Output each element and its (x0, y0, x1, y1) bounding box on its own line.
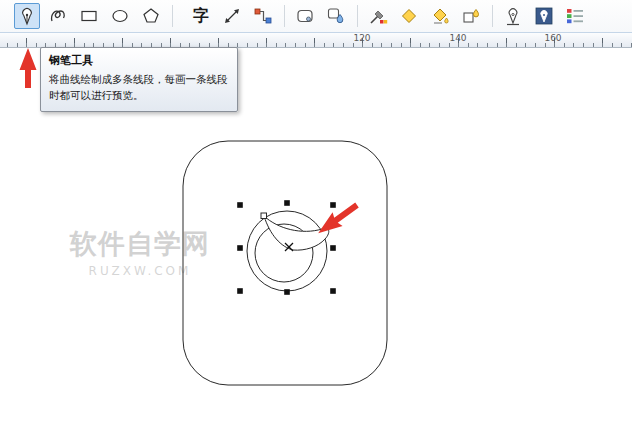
app-window: 字 (0, 0, 632, 445)
selection-handle[interactable] (237, 288, 243, 294)
selection-handle[interactable] (237, 245, 243, 251)
tooltip-title: 钢笔工具 (49, 53, 229, 68)
annotation-arrow-pen-tool (20, 48, 37, 88)
selection-handle[interactable] (237, 202, 243, 208)
tooltip-body: 将曲线绘制成多条线段，每画一条线段时都可以进行预览。 (49, 72, 229, 104)
pen-tool-tooltip: 钢笔工具 将曲线绘制成多条线段，每画一条线段时都可以进行预览。 (40, 47, 238, 112)
selection-handle[interactable] (330, 245, 336, 251)
selection-handle[interactable] (330, 202, 336, 208)
curve-node[interactable] (261, 213, 267, 219)
selected-curve-object[interactable] (247, 211, 329, 291)
outer-circle-path[interactable] (247, 211, 327, 291)
selection-handle[interactable] (330, 288, 336, 294)
selection-handle[interactable] (284, 289, 290, 295)
selection-handle[interactable] (284, 200, 290, 206)
